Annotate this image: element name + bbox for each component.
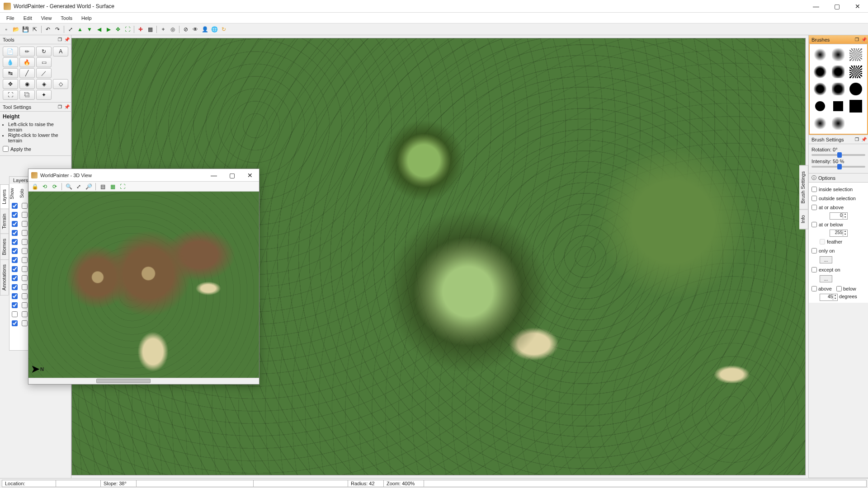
layer-show-checkbox[interactable]: [12, 248, 18, 254]
layer-show-checkbox[interactable]: [12, 284, 18, 290]
arrow-right-icon[interactable]: ▶: [104, 25, 113, 34]
scrollbar-thumb[interactable]: [96, 379, 151, 383]
rotate-ccw-icon[interactable]: ⟲: [40, 182, 49, 191]
layer-solo-checkbox[interactable]: [22, 293, 28, 299]
side-tab-layers[interactable]: Layers: [0, 184, 9, 209]
select-tool[interactable]: ⛶: [3, 90, 18, 100]
layer-show-checkbox[interactable]: [12, 266, 18, 272]
arrow-left-icon[interactable]: ◀: [94, 25, 104, 34]
panel-pin-icon[interactable]: 📌: [861, 36, 867, 42]
export-icon[interactable]: ⇱: [30, 25, 39, 34]
move-all-icon[interactable]: ✥: [113, 25, 123, 34]
line-tool[interactable]: ╱: [19, 68, 35, 78]
grid-icon[interactable]: ▦: [146, 25, 155, 34]
intensity-slider[interactable]: [811, 166, 865, 168]
brush-large-circle[interactable]: [812, 116, 828, 131]
minimize-button[interactable]: —: [806, 0, 826, 12]
window-3d-titlebar[interactable]: WorldPainter - 3D View — ▢ ✕: [28, 169, 259, 182]
target-icon[interactable]: ◎: [168, 25, 177, 34]
layer-show-checkbox[interactable]: [12, 257, 18, 263]
opt-at-above-input[interactable]: 0: [830, 212, 848, 220]
menu-file[interactable]: File: [2, 14, 19, 22]
rotate-tool[interactable]: ↻: [36, 47, 52, 56]
eye2-tool[interactable]: ◇: [53, 79, 68, 89]
layer-solo-checkbox[interactable]: [22, 311, 28, 317]
opt-outside-selection[interactable]: outside selection: [811, 194, 865, 202]
layer-solo-checkbox[interactable]: [22, 266, 28, 272]
save-icon[interactable]: 💾: [21, 25, 30, 34]
layer-solo-checkbox[interactable]: [22, 257, 28, 263]
pencil-tool[interactable]: ✏: [19, 47, 35, 56]
redo-icon[interactable]: ↷: [53, 25, 62, 34]
move-tool[interactable]: ✥: [3, 79, 18, 89]
window-3d-view[interactable]: WorldPainter - 3D View — ▢ ✕ 🔒 ⟲ ⟳ 🔍 ⤢ 🔎…: [28, 169, 259, 385]
swap-tool[interactable]: ↹: [3, 68, 18, 78]
refresh-icon[interactable]: ↻: [219, 25, 228, 34]
side-tab-biomes[interactable]: Biomes: [0, 234, 9, 260]
brush-hard-square-2[interactable]: [848, 99, 863, 114]
layer-show-checkbox[interactable]: [12, 203, 18, 209]
layer-solo-checkbox[interactable]: [22, 302, 28, 308]
flame-tool[interactable]: 🔥: [19, 57, 35, 67]
panel-restore-icon[interactable]: ❐: [854, 36, 860, 42]
brush-hard-circle[interactable]: [848, 81, 863, 97]
user-icon[interactable]: 👤: [200, 25, 209, 34]
maximize-button[interactable]: ▢: [826, 0, 847, 12]
layer-solo-checkbox[interactable]: [22, 221, 28, 227]
line2-tool[interactable]: ／: [36, 68, 52, 78]
panel-pin-icon[interactable]: 📌: [64, 103, 70, 110]
layer-show-checkbox[interactable]: [12, 320, 18, 326]
panel-restore-icon[interactable]: ❐: [854, 136, 860, 142]
rect-tool[interactable]: ▭: [36, 57, 52, 67]
brush-med-square-2[interactable]: [830, 81, 846, 97]
copy-tool[interactable]: ⿻: [19, 90, 35, 100]
layer-show-checkbox[interactable]: [12, 230, 18, 236]
layer-solo-checkbox[interactable]: [22, 284, 28, 290]
layer-show-checkbox[interactable]: [12, 275, 18, 281]
layer-show-checkbox[interactable]: [12, 221, 18, 227]
rotation-slider[interactable]: [811, 154, 865, 156]
side-tab-info[interactable]: Info: [799, 209, 808, 229]
globe-icon[interactable]: 🌐: [210, 25, 219, 34]
layer-show-checkbox[interactable]: [12, 311, 18, 317]
opt-only-on[interactable]: only on: [811, 247, 865, 255]
brush-hard-square[interactable]: [830, 99, 846, 114]
side-tab-brush-settings[interactable]: Brush Settings: [799, 165, 808, 210]
menu-tools[interactable]: Tools: [56, 14, 77, 22]
menu-help[interactable]: Help: [77, 14, 96, 22]
opt-degrees-input[interactable]: 45: [820, 294, 838, 301]
layer-show-checkbox[interactable]: [12, 212, 18, 218]
maximize-button[interactable]: ▢: [223, 169, 241, 181]
open-icon[interactable]: 📂: [11, 25, 20, 34]
layer-show-checkbox[interactable]: [12, 239, 18, 245]
menu-edit[interactable]: Edit: [19, 14, 37, 22]
minimize-button[interactable]: —: [205, 169, 223, 181]
opt-at-or-below[interactable]: at or below: [811, 221, 865, 229]
text-tool[interactable]: A: [53, 47, 68, 56]
layer-solo-checkbox[interactable]: [22, 203, 28, 209]
side-tab-terrain[interactable]: Terrain: [0, 209, 9, 234]
opt-inside-selection[interactable]: inside selection: [811, 185, 865, 193]
brush-noise-2[interactable]: [848, 64, 863, 80]
canvas-3d[interactable]: ➤N: [28, 192, 259, 378]
expand-icon[interactable]: ⛶: [118, 182, 127, 191]
layer-solo-checkbox[interactable]: [22, 212, 28, 218]
layers-icon[interactable]: ▤: [98, 182, 107, 191]
drop-tool[interactable]: 💧: [3, 57, 18, 67]
eye-tool[interactable]: ◈: [36, 79, 52, 89]
zoom-reset-icon[interactable]: ⤢: [74, 182, 83, 191]
opt-only-on-picker[interactable]: ...: [820, 256, 832, 263]
menu-view[interactable]: View: [37, 14, 57, 22]
layer-show-checkbox[interactable]: [12, 293, 18, 299]
opt-above[interactable]: above: [811, 286, 832, 291]
eye-icon[interactable]: 👁: [191, 25, 200, 34]
panel-restore-icon[interactable]: ❐: [57, 103, 63, 110]
sparkle-tool[interactable]: ✦: [36, 90, 52, 100]
panel-pin-icon[interactable]: 📌: [64, 36, 70, 42]
rotate-cw-icon[interactable]: ⟳: [50, 182, 59, 191]
new-icon[interactable]: ▫: [2, 25, 11, 34]
panel-restore-icon[interactable]: ❐: [57, 36, 63, 42]
opt-except-on-picker[interactable]: ...: [820, 275, 832, 282]
layer-solo-checkbox[interactable]: [22, 239, 28, 245]
arrow-down-icon[interactable]: ▼: [85, 25, 94, 34]
